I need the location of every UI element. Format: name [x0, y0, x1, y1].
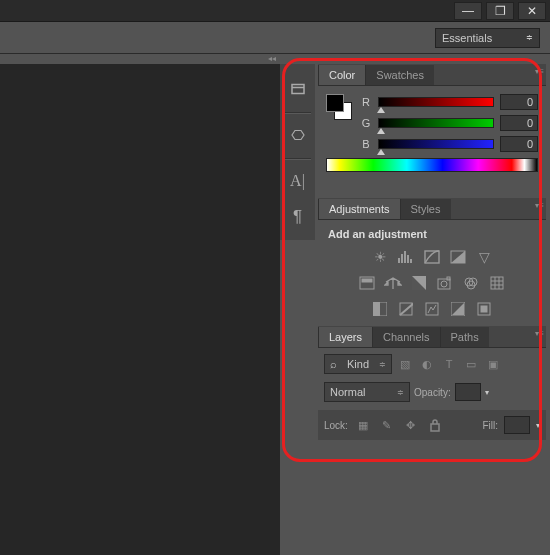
posterize-icon[interactable] [396, 300, 416, 318]
adjustments-panel-tabs: Adjustments Styles ▾≡ [318, 198, 546, 220]
green-label: G [360, 117, 372, 129]
svg-rect-9 [362, 279, 372, 282]
lock-all-icon[interactable] [426, 416, 444, 434]
red-label: R [360, 96, 372, 108]
green-slider[interactable] [378, 118, 494, 128]
canvas-top-strip: ◂◂ [0, 54, 280, 64]
curves-icon[interactable] [422, 248, 442, 266]
opacity-flyout-icon[interactable]: ▾ [485, 388, 489, 397]
color-panel: R 0 G 0 B 0 [318, 86, 546, 198]
collapse-panels-icon[interactable]: ◂◂ [268, 54, 276, 63]
close-button[interactable]: ✕ [518, 2, 546, 20]
right-panel-stack: Color Swatches ▾≡ R 0 G 0 B 0 [318, 64, 546, 478]
window-titlebar: — ❐ ✕ [0, 0, 550, 22]
gradient-map-icon[interactable] [448, 300, 468, 318]
selective-color-icon[interactable] [474, 300, 494, 318]
tab-swatches[interactable]: Swatches [365, 65, 434, 85]
green-slider-row: G 0 [360, 115, 538, 131]
blend-mode-dropdown[interactable]: Normal ≑ [324, 382, 410, 402]
panel-menu-icon[interactable]: ▾≡ [535, 67, 544, 76]
adjustments-panel: Add an adjustment ☀ ▽ [318, 220, 546, 326]
history-panel-icon[interactable] [283, 76, 313, 102]
svg-rect-4 [407, 255, 409, 263]
kind-label: Kind [347, 358, 369, 370]
color-spectrum[interactable] [326, 158, 538, 172]
svg-rect-5 [410, 259, 412, 263]
opacity-input[interactable] [455, 383, 481, 401]
red-slider[interactable] [378, 97, 494, 107]
workspace-dropdown[interactable]: Essentials ≑ [435, 28, 540, 48]
filter-smart-icon[interactable]: ▣ [484, 355, 502, 373]
filter-type-icon[interactable]: T [440, 355, 458, 373]
brightness-contrast-icon[interactable]: ☀ [370, 248, 390, 266]
vibrance-icon[interactable]: ▽ [474, 248, 494, 266]
threshold-icon[interactable] [422, 300, 442, 318]
channel-mixer-icon[interactable] [461, 274, 481, 292]
color-panel-tabs: Color Swatches ▾≡ [318, 64, 546, 86]
blue-slider[interactable] [378, 139, 494, 149]
svg-rect-3 [404, 251, 406, 263]
collapsed-panel-rail: A| ¶ [280, 64, 315, 240]
svg-rect-6 [425, 251, 439, 263]
svg-rect-2 [401, 254, 403, 263]
svg-point-12 [441, 281, 447, 287]
svg-rect-1 [398, 258, 400, 263]
adjustments-title: Add an adjustment [328, 228, 540, 240]
hue-saturation-icon[interactable] [357, 274, 377, 292]
color-lookup-icon[interactable] [487, 274, 507, 292]
maximize-button[interactable]: ❐ [486, 2, 514, 20]
svg-rect-17 [491, 277, 503, 289]
blend-mode-label: Normal [330, 386, 365, 398]
svg-rect-24 [431, 424, 439, 431]
black-white-icon[interactable] [409, 274, 429, 292]
lock-transparency-icon[interactable]: ▦ [354, 416, 372, 434]
layers-panel-tabs: Layers Channels Paths ▾≡ [318, 326, 546, 348]
svg-rect-23 [481, 306, 487, 312]
opacity-label: Opacity: [414, 387, 451, 398]
lock-label: Lock: [324, 420, 348, 431]
lock-image-icon[interactable]: ✎ [378, 416, 396, 434]
filter-pixel-icon[interactable]: ▧ [396, 355, 414, 373]
tab-layers[interactable]: Layers [318, 327, 372, 347]
fill-flyout-icon[interactable]: ▾ [536, 421, 540, 430]
dropdown-arrow-icon: ≑ [526, 33, 533, 42]
exposure-icon[interactable] [448, 248, 468, 266]
panel-menu-icon[interactable]: ▾≡ [535, 329, 544, 338]
svg-rect-0 [292, 85, 304, 94]
minimize-button[interactable]: — [454, 2, 482, 20]
dropdown-arrow-icon: ≑ [379, 360, 386, 369]
options-bar: Essentials ≑ [0, 22, 550, 54]
fill-input[interactable] [504, 416, 530, 434]
red-slider-row: R 0 [360, 94, 538, 110]
tab-adjustments[interactable]: Adjustments [318, 199, 400, 219]
filter-adjustment-icon[interactable]: ◐ [418, 355, 436, 373]
tab-color[interactable]: Color [318, 65, 365, 85]
levels-icon[interactable] [396, 248, 416, 266]
workspace-label: Essentials [442, 32, 492, 44]
invert-icon[interactable] [370, 300, 390, 318]
blue-slider-row: B 0 [360, 136, 538, 152]
color-balance-icon[interactable] [383, 274, 403, 292]
lock-position-icon[interactable]: ✥ [402, 416, 420, 434]
green-value[interactable]: 0 [500, 115, 538, 131]
layers-panel: ⌕ Kind ≑ ▧ ◐ T ▭ ▣ Normal ≑ Opacity: ▾ L… [318, 348, 546, 478]
photo-filter-icon[interactable] [435, 274, 455, 292]
foreground-background-swatch[interactable] [326, 94, 352, 120]
blue-label: B [360, 138, 372, 150]
tab-channels[interactable]: Channels [372, 327, 439, 347]
layer-filter-kind-dropdown[interactable]: ⌕ Kind ≑ [324, 354, 392, 374]
fill-label: Fill: [482, 420, 498, 431]
dropdown-arrow-icon: ≑ [397, 388, 404, 397]
panel-menu-icon[interactable]: ▾≡ [535, 201, 544, 210]
foreground-color-swatch[interactable] [326, 94, 344, 112]
document-area: ◂◂ [0, 54, 280, 555]
filter-shape-icon[interactable]: ▭ [462, 355, 480, 373]
properties-panel-icon[interactable] [283, 122, 313, 148]
paragraph-panel-icon[interactable]: ¶ [283, 204, 313, 230]
search-icon: ⌕ [330, 358, 337, 370]
blue-value[interactable]: 0 [500, 136, 538, 152]
red-value[interactable]: 0 [500, 94, 538, 110]
tab-paths[interactable]: Paths [440, 327, 489, 347]
character-panel-icon[interactable]: A| [283, 168, 313, 194]
tab-styles[interactable]: Styles [400, 199, 451, 219]
